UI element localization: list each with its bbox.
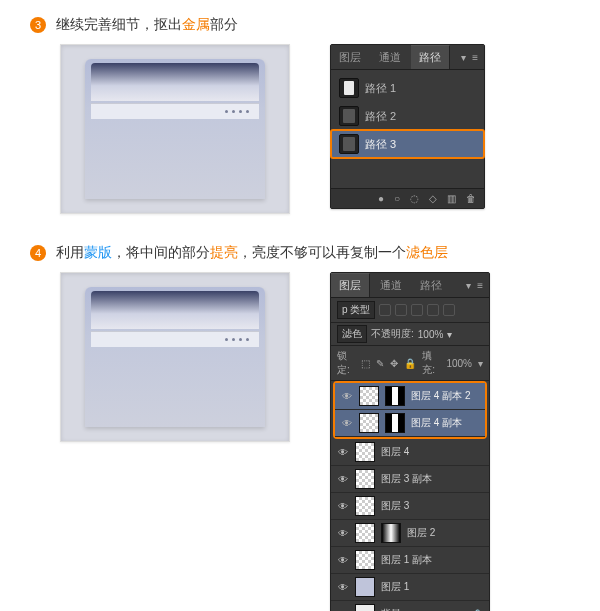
step-3-text-a: 继续完善细节，抠出 — [56, 16, 182, 32]
visibility-icon[interactable]: 👁 — [337, 501, 349, 512]
step-3: 3 继续完善细节，抠出金属部分 图层 通道 路径 ▾ ≡ — [30, 16, 570, 214]
layer-thumb — [355, 469, 375, 489]
filter-adj-icon[interactable] — [395, 304, 407, 316]
make-workpath-icon[interactable]: ◇ — [429, 193, 437, 204]
filter-pixel-icon[interactable] — [379, 304, 391, 316]
path-label-3: 路径 3 — [365, 137, 396, 152]
visibility-icon[interactable]: 👁 — [337, 447, 349, 458]
product-image-4 — [60, 272, 290, 442]
tab-paths[interactable]: 路径 — [411, 45, 450, 69]
tab-paths-2[interactable]: 路径 — [412, 274, 450, 297]
panel-collapse-icon-2[interactable]: ▾ — [466, 280, 471, 291]
path-thumb-2 — [339, 106, 359, 126]
layer-row-1[interactable]: 👁 图层 4 副本 — [335, 410, 485, 437]
layer-row-4[interactable]: 👁 图层 3 — [331, 493, 489, 520]
step-4-text-e: ，亮度不够可以再复制一个 — [238, 244, 406, 260]
layer-1-name: 图层 4 副本 — [411, 416, 479, 430]
path-row-3[interactable]: 路径 3 — [331, 130, 484, 158]
layers-panel-tabs: 图层 通道 路径 ▾ ≡ — [331, 273, 489, 298]
path-label-1: 路径 1 — [365, 81, 396, 96]
paths-list: 路径 1 路径 2 路径 3 — [331, 70, 484, 188]
layer-thumb — [355, 550, 375, 570]
layer-row-6[interactable]: 👁 图层 1 副本 — [331, 547, 489, 574]
layer-2-name: 图层 4 — [381, 445, 483, 459]
tab-channels[interactable]: 通道 — [371, 46, 409, 69]
layer-8-name: 背景 — [381, 607, 466, 611]
layer-6-name: 图层 1 副本 — [381, 553, 483, 567]
layer-thumb — [355, 577, 375, 597]
layer-row-0[interactable]: 👁 图层 4 副本 2 — [335, 383, 485, 410]
fill-path-icon[interactable]: ● — [378, 193, 384, 204]
tab-layers-2[interactable]: 图层 — [331, 273, 370, 297]
step-3-number: 3 — [30, 17, 46, 33]
opacity-chevron-icon[interactable]: ▾ — [447, 329, 452, 340]
fill-label: 填充: — [422, 349, 440, 377]
visibility-icon[interactable]: 👁 — [341, 418, 353, 429]
opacity-label: 不透明度: — [371, 327, 414, 341]
panel-menu-icon[interactable]: ≡ — [472, 52, 478, 63]
visibility-icon[interactable]: 👁 — [337, 582, 349, 593]
lock-transparency-icon[interactable]: ⬚ — [361, 358, 370, 369]
layer-row-2[interactable]: 👁 图层 4 — [331, 439, 489, 466]
layer-thumb — [355, 496, 375, 516]
product-image-3 — [60, 44, 290, 214]
step-4-text-a: 利用 — [56, 244, 84, 260]
visibility-icon[interactable]: 👁 — [337, 528, 349, 539]
step-4-text-d: 提亮 — [210, 244, 238, 260]
step-4: 4 利用蒙版，将中间的部分提亮，亮度不够可以再复制一个滤色层 图层 通道 路径 … — [30, 244, 570, 611]
step-4-number: 4 — [30, 245, 46, 261]
fill-chevron-icon[interactable]: ▾ — [478, 358, 483, 369]
layer-thumb — [355, 604, 375, 611]
filter-type-icon[interactable] — [411, 304, 423, 316]
visibility-icon[interactable]: 👁 — [341, 391, 353, 402]
kind-filter[interactable]: p 类型 — [337, 301, 375, 319]
layer-row-5[interactable]: 👁 图层 2 — [331, 520, 489, 547]
path-row-2[interactable]: 路径 2 — [331, 102, 484, 130]
layers-panel: 图层 通道 路径 ▾ ≡ p 类型 滤色 不透明度: 100%▾ — [330, 272, 490, 611]
blend-mode-select[interactable]: 滤色 — [337, 325, 367, 343]
layer-thumb — [359, 413, 379, 433]
layer-mask-icon — [385, 386, 405, 406]
layer-row-8[interactable]: 👁 背景 🔒 — [331, 601, 489, 611]
paths-footer: ● ○ ◌ ◇ ▥ 🗑 — [331, 188, 484, 208]
filter-shape-icon[interactable] — [427, 304, 439, 316]
panel-collapse-icon[interactable]: ▾ — [461, 52, 466, 63]
layer-7-name: 图层 1 — [381, 580, 483, 594]
layers-options-row: p 类型 — [331, 298, 489, 323]
lock-paint-icon[interactable]: ✎ — [376, 358, 384, 369]
layer-mask-icon — [381, 523, 401, 543]
layer-0-name: 图层 4 副本 2 — [411, 389, 479, 403]
step-3-text-b: 金属 — [182, 16, 210, 32]
stroke-path-icon[interactable]: ○ — [394, 193, 400, 204]
layer-thumb — [355, 523, 375, 543]
path-label-2: 路径 2 — [365, 109, 396, 124]
tab-layers[interactable]: 图层 — [331, 46, 369, 69]
lock-position-icon[interactable]: ✥ — [390, 358, 398, 369]
tab-channels-2[interactable]: 通道 — [372, 274, 410, 297]
filter-smart-icon[interactable] — [443, 304, 455, 316]
fill-value[interactable]: 100% — [446, 358, 472, 369]
layer-4-name: 图层 3 — [381, 499, 483, 513]
marked-layers: 👁 图层 4 副本 2 👁 图层 4 副本 — [333, 381, 487, 439]
lock-all-icon[interactable]: 🔒 — [404, 358, 416, 369]
step-4-text-f: 滤色层 — [406, 244, 448, 260]
washer-mock — [85, 59, 265, 199]
visibility-icon[interactable]: 👁 — [337, 555, 349, 566]
step-3-title: 3 继续完善细节，抠出金属部分 — [30, 16, 570, 34]
opacity-value[interactable]: 100% — [418, 329, 444, 340]
layer-5-name: 图层 2 — [407, 526, 483, 540]
visibility-icon[interactable]: 👁 — [337, 474, 349, 485]
new-path-icon[interactable]: ▥ — [447, 193, 456, 204]
layer-thumb — [359, 386, 379, 406]
layer-row-3[interactable]: 👁 图层 3 副本 — [331, 466, 489, 493]
delete-path-icon[interactable]: 🗑 — [466, 193, 476, 204]
path-row-1[interactable]: 路径 1 — [331, 74, 484, 102]
layer-row-7[interactable]: 👁 图层 1 — [331, 574, 489, 601]
path-thumb-1 — [339, 78, 359, 98]
layer-mask-icon — [385, 413, 405, 433]
lock-label: 锁定: — [337, 349, 355, 377]
load-selection-icon[interactable]: ◌ — [410, 193, 419, 204]
washer-mock-4 — [85, 287, 265, 427]
panel-menu-icon-2[interactable]: ≡ — [477, 280, 483, 291]
layers-list: 👁 图层 4 副本 2 👁 图层 4 副本 👁 图层 — [331, 381, 489, 611]
